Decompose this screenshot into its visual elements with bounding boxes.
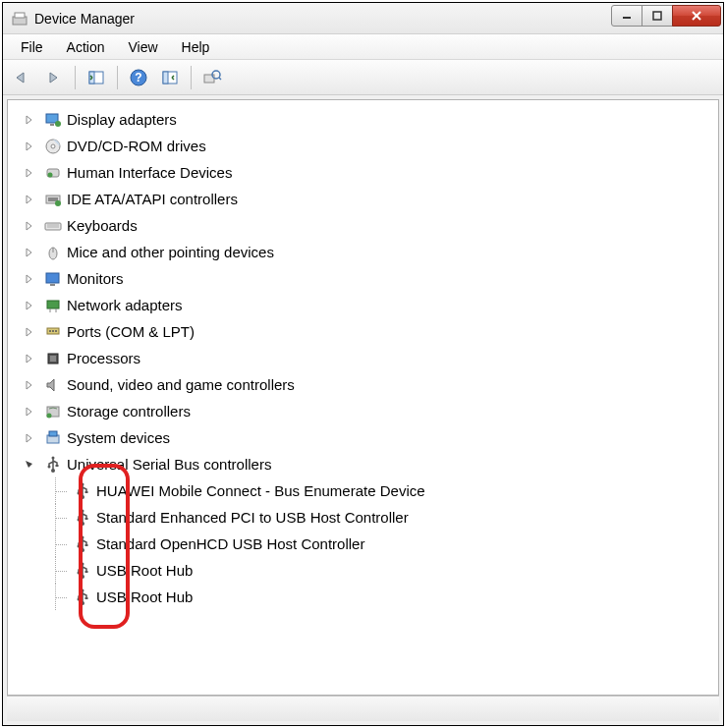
svg-point-50: [78, 491, 81, 494]
tree-node[interactable]: Monitors: [43, 265, 718, 292]
tree-node[interactable]: Human Interface Devices: [43, 159, 718, 186]
svg-point-68: [81, 601, 84, 605]
toolbar-separator: [75, 66, 76, 89]
system-icon: [43, 428, 63, 448]
svg-point-64: [81, 575, 84, 579]
expand-icon[interactable]: [24, 220, 35, 232]
expand-icon[interactable]: [24, 326, 35, 338]
svg-point-54: [78, 518, 81, 521]
expand-icon[interactable]: [24, 247, 35, 258]
svg-point-48: [51, 469, 55, 473]
device-manager-window: Device Manager File Action View Help ? D…: [2, 2, 724, 726]
ports-icon: [43, 322, 63, 342]
expand-icon[interactable]: [24, 114, 35, 126]
back-button[interactable]: [9, 64, 36, 91]
tree-node[interactable]: Network adapters: [43, 292, 718, 318]
mouse-icon: [43, 243, 63, 262]
svg-point-45: [52, 456, 55, 459]
toolbar-separator: [117, 66, 118, 89]
tree-node[interactable]: DVD/CD-ROM drives: [43, 133, 718, 159]
tree-node[interactable]: USB Root Hub: [73, 584, 718, 610]
usb-icon: [73, 481, 92, 501]
tree-node[interactable]: Storage controllers: [43, 398, 718, 424]
svg-point-58: [78, 544, 81, 547]
tree-node[interactable]: Standard Enhanced PCI to USB Host Contro…: [73, 504, 718, 531]
tree-node-label: Universal Serial Bus controllers: [67, 456, 271, 473]
expand-icon[interactable]: [24, 167, 35, 179]
svg-rect-63: [85, 571, 88, 573]
toolbar-separator: [191, 66, 192, 89]
action-button[interactable]: [156, 64, 184, 91]
expand-icon[interactable]: [24, 379, 35, 391]
tree-node[interactable]: Sound, video and game controllers: [43, 371, 718, 398]
tree-node-label: Keyboards: [67, 217, 138, 234]
expand-icon[interactable]: [24, 432, 35, 444]
collapse-icon[interactable]: [24, 459, 35, 471]
tree-node[interactable]: Keyboards: [43, 212, 718, 239]
menu-help[interactable]: Help: [170, 36, 222, 58]
show-hide-tree-button[interactable]: [83, 64, 110, 91]
scan-hardware-button[interactable]: [198, 64, 226, 91]
tree-node-label: Monitors: [67, 270, 124, 287]
svg-line-14: [219, 78, 221, 80]
tree-node-label: Network adapters: [67, 297, 183, 313]
tree-node[interactable]: Universal Serial Bus controllers: [43, 451, 718, 477]
close-button[interactable]: [672, 5, 721, 27]
device-tree: Display adaptersDVD/CD-ROM drivesHuman I…: [8, 106, 718, 610]
tree-node[interactable]: Standard OpenHCD USB Host Controller: [73, 531, 718, 557]
forward-button[interactable]: [40, 64, 68, 91]
svg-rect-1: [15, 13, 25, 18]
tree-children: HUAWEI Mobile Connect - Bus Enumerate De…: [43, 477, 718, 610]
svg-point-66: [78, 597, 81, 600]
tree-node[interactable]: Ports (COM & LPT): [43, 318, 718, 345]
svg-point-21: [48, 172, 53, 177]
svg-point-57: [82, 535, 84, 538]
maximize-button[interactable]: [642, 5, 673, 27]
tree-node[interactable]: Display adapters: [43, 106, 718, 133]
svg-point-24: [55, 200, 61, 206]
svg-rect-3: [653, 12, 661, 20]
tree-node-label: Standard Enhanced PCI to USB Host Contro…: [96, 509, 409, 526]
svg-point-60: [81, 548, 84, 552]
app-icon: [11, 10, 28, 28]
minimize-button[interactable]: [611, 5, 642, 27]
svg-rect-47: [56, 465, 59, 467]
svg-point-65: [82, 588, 84, 591]
expand-icon[interactable]: [24, 406, 35, 418]
menu-action[interactable]: Action: [55, 36, 117, 58]
usb-icon: [73, 588, 92, 607]
tree-node[interactable]: Processors: [43, 345, 718, 371]
svg-point-46: [48, 465, 51, 468]
svg-rect-30: [46, 273, 59, 283]
dvd-icon: [43, 137, 63, 156]
tree-node[interactable]: Mice and other pointing devices: [43, 239, 718, 265]
help-button[interactable]: ?: [125, 64, 152, 91]
tree-node[interactable]: USB Root Hub: [73, 557, 718, 584]
tree-node[interactable]: System devices: [43, 424, 718, 451]
menu-file[interactable]: File: [9, 36, 55, 58]
tree-node-label: IDE ATA/ATAPI controllers: [67, 191, 238, 207]
cpu-icon: [43, 349, 63, 368]
expand-icon[interactable]: [24, 353, 35, 364]
usb-icon: [73, 561, 92, 581]
menubar: File Action View Help: [3, 34, 723, 60]
usb-icon: [43, 455, 63, 475]
menu-view[interactable]: View: [116, 36, 169, 58]
expand-icon[interactable]: [24, 140, 35, 152]
svg-point-53: [82, 509, 84, 512]
expand-icon[interactable]: [24, 300, 35, 311]
tree-node-label: System devices: [67, 429, 170, 446]
tree-node[interactable]: HUAWEI Mobile Connect - Bus Enumerate De…: [73, 477, 718, 504]
hid-icon: [43, 163, 63, 183]
tree-node-label: Human Interface Devices: [67, 164, 232, 181]
tree-panel[interactable]: Display adaptersDVD/CD-ROM drivesHuman I…: [7, 99, 719, 696]
tree-node-label: USB Root Hub: [96, 562, 193, 579]
tree-node-label: Sound, video and game controllers: [67, 376, 295, 393]
titlebar[interactable]: Device Manager: [3, 3, 723, 34]
sound-icon: [43, 375, 63, 395]
expand-icon[interactable]: [24, 273, 35, 285]
expand-icon[interactable]: [24, 194, 35, 205]
tree-node[interactable]: IDE ATA/ATAPI controllers: [43, 186, 718, 212]
svg-point-36: [49, 330, 51, 332]
svg-rect-31: [50, 284, 55, 286]
